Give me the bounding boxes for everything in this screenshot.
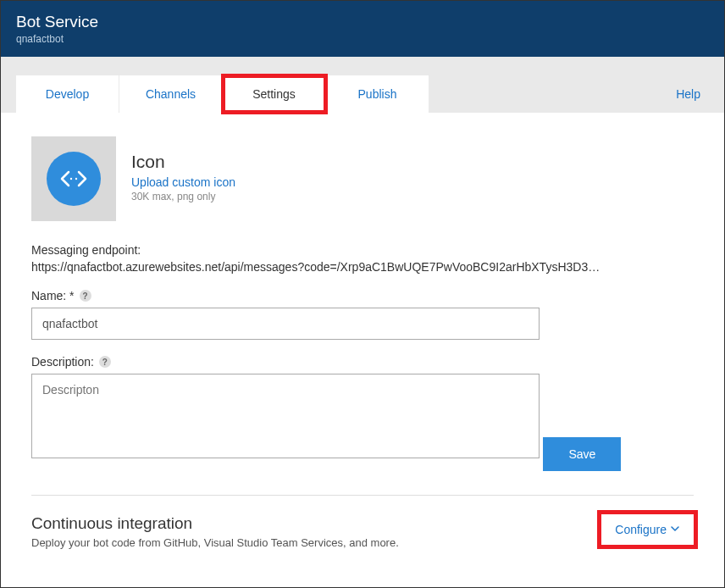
page-header: Bot Service qnafactbot	[1, 1, 724, 57]
save-button[interactable]: Save	[543, 437, 621, 471]
tab-bar: Develop Channels Settings Publish	[16, 75, 709, 113]
tab-channels[interactable]: Channels	[119, 75, 223, 113]
section-divider	[31, 495, 694, 496]
tab-bar-area: Develop Channels Settings Publish Help	[1, 57, 724, 113]
configure-label: Configure	[615, 523, 667, 536]
continuous-integration-section: Continuous integration Deploy your bot c…	[31, 514, 694, 549]
header-title: Bot Service	[16, 13, 709, 31]
help-icon[interactable]: ?	[99, 356, 111, 368]
endpoint-value: https://qnafactbot.azurewebsites.net/api…	[31, 260, 694, 274]
ci-text: Continuous integration Deploy your bot c…	[31, 514, 399, 549]
settings-content: Icon Upload custom icon 30K max, png onl…	[1, 113, 724, 549]
tab-settings[interactable]: Settings	[223, 75, 326, 113]
name-label: Name: *	[31, 289, 75, 302]
upload-icon-link[interactable]: Upload custom icon	[131, 175, 235, 189]
description-label: Description:	[31, 355, 94, 369]
bot-icon-preview	[31, 136, 116, 221]
ci-description: Deploy your bot code from GitHub, Visual…	[31, 536, 399, 549]
icon-section-title: Icon	[131, 152, 235, 172]
chevron-down-icon	[670, 523, 680, 536]
svg-point-1	[75, 178, 77, 180]
name-input[interactable]	[31, 308, 540, 340]
tab-develop[interactable]: Develop	[16, 75, 119, 113]
description-input[interactable]	[31, 374, 540, 458]
ci-title: Continuous integration	[31, 514, 399, 533]
svg-point-0	[70, 178, 72, 180]
endpoint-label: Messaging endpoint:	[31, 243, 694, 257]
description-label-row: Description: ?	[31, 355, 694, 369]
icon-meta: Icon Upload custom icon 30K max, png onl…	[131, 136, 235, 202]
code-icon	[47, 152, 101, 206]
tab-publish[interactable]: Publish	[326, 75, 429, 113]
name-label-row: Name: * ?	[31, 289, 694, 302]
help-icon[interactable]: ?	[80, 290, 91, 302]
icon-hint: 30K max, png only	[131, 191, 235, 202]
help-link[interactable]: Help	[676, 87, 700, 101]
icon-section: Icon Upload custom icon 30K max, png onl…	[31, 136, 694, 221]
configure-button[interactable]: Configure	[601, 514, 694, 545]
header-subtitle: qnafactbot	[16, 33, 709, 45]
